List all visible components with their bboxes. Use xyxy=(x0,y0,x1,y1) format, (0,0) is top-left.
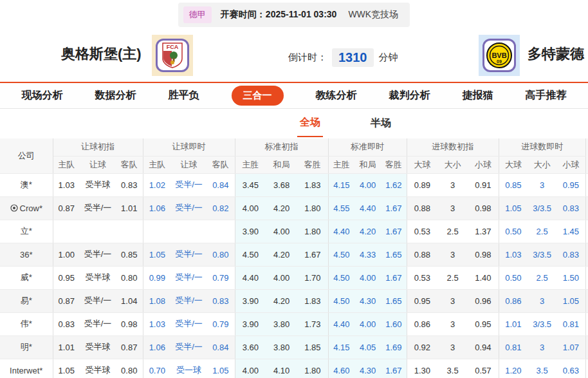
odds-cell-live[interactable]: 1.45 xyxy=(556,220,585,243)
odds-cell-live[interactable]: 1.05 xyxy=(499,196,528,220)
odds-cell-live[interactable]: 0.95 xyxy=(556,173,585,196)
odds-cell-live[interactable]: 4.40 xyxy=(328,220,354,243)
odds-cell-live[interactable]: 受半/一 xyxy=(171,243,207,266)
odds-cell-live[interactable] xyxy=(143,220,171,243)
company-name[interactable]: Crow* xyxy=(0,196,53,220)
odds-cell-live[interactable]: 4.50 xyxy=(328,266,354,289)
odds-cell-live[interactable]: 4.15 xyxy=(328,173,354,196)
odds-cell-live[interactable]: 1.05 xyxy=(207,359,235,378)
odds-cell-live[interactable]: 1.65 xyxy=(381,243,407,266)
odds-cell-live[interactable]: 4.50 xyxy=(328,289,354,312)
odds-cell-live[interactable]: 1.67 xyxy=(381,220,407,243)
tab-referee-analysis[interactable]: 裁判分析 xyxy=(389,89,430,102)
company-name[interactable]: 36* xyxy=(0,243,53,266)
odds-cell-live[interactable]: 4.00 xyxy=(354,312,381,335)
odds-cell-live[interactable]: 1.05 xyxy=(556,289,585,312)
odds-cell-live[interactable]: 4.15 xyxy=(328,335,354,359)
odds-cell-live[interactable]: 受一球 xyxy=(171,359,207,378)
odds-cell-live[interactable]: 4.30 xyxy=(354,289,381,312)
odds-cell-live[interactable]: 1.05 xyxy=(143,243,171,266)
odds-cell-live[interactable]: 0.83 xyxy=(556,196,585,220)
odds-cell-live[interactable]: 4.40 xyxy=(328,312,354,335)
period-tab-half-match[interactable]: 半场 xyxy=(368,111,394,137)
tab-data-analysis[interactable]: 数据分析 xyxy=(95,89,136,102)
odds-cell-live[interactable]: 0.84 xyxy=(207,335,235,359)
tab-expert-picks[interactable]: 高手推荐 xyxy=(526,89,567,102)
odds-cell-live[interactable]: 4.60 xyxy=(328,359,354,378)
odds-cell-live[interactable]: 受半/一 xyxy=(171,289,207,312)
odds-cell-live[interactable]: 3/3.5 xyxy=(528,196,556,220)
odds-cell-live[interactable]: 0.80 xyxy=(207,243,235,266)
odds-cell-live[interactable]: 0.83 xyxy=(556,243,585,266)
odds-cell-live[interactable]: 4.33 xyxy=(354,243,381,266)
odds-cell-live[interactable]: 3 xyxy=(528,289,556,312)
odds-cell-live[interactable]: 4.30 xyxy=(354,359,381,378)
tab-coach-analysis[interactable]: 教练分析 xyxy=(316,89,357,102)
tab-live-analysis[interactable]: 现场分析 xyxy=(22,89,63,102)
odds-cell-live[interactable]: 1.06 xyxy=(143,335,171,359)
odds-cell-live[interactable] xyxy=(207,220,235,243)
company-name[interactable]: 明* xyxy=(0,335,53,359)
odds-cell-live[interactable]: 3/3.5 xyxy=(528,312,556,335)
odds-cell-live[interactable]: 2.5 xyxy=(528,220,556,243)
odds-cell-live[interactable]: 1.08 xyxy=(143,289,171,312)
odds-cell-live[interactable]: 0.85 xyxy=(499,173,528,196)
odds-cell-live[interactable]: 受半/一 xyxy=(171,173,207,196)
odds-cell-live[interactable]: 0.99 xyxy=(143,266,171,289)
company-name[interactable]: Interwet* xyxy=(0,359,53,378)
odds-cell-live[interactable]: 1.03 xyxy=(143,312,171,335)
odds-cell-live[interactable]: 2.5 xyxy=(528,266,556,289)
odds-cell-live[interactable]: 0.83 xyxy=(207,289,235,312)
odds-cell-live[interactable]: 0.79 xyxy=(207,266,235,289)
odds-cell-live[interactable]: 0.70 xyxy=(143,359,171,378)
period-tab-full-match[interactable]: 全场 xyxy=(297,111,323,137)
odds-cell-live[interactable]: 4.00 xyxy=(354,266,381,289)
odds-cell-live[interactable]: 0.50 xyxy=(499,266,528,289)
odds-cell-live[interactable]: 1.01 xyxy=(499,312,528,335)
odds-cell-live[interactable]: 0.86 xyxy=(499,289,528,312)
odds-cell-live[interactable]: 4.00 xyxy=(354,173,381,196)
company-name[interactable]: 立* xyxy=(0,220,53,243)
tab-win-draw-loss[interactable]: 胜平负 xyxy=(169,89,199,102)
odds-cell-live[interactable]: 受半/一 xyxy=(171,312,207,335)
odds-cell-live[interactable]: 3 xyxy=(528,173,556,196)
odds-cell-live[interactable]: 3/3.5 xyxy=(528,243,556,266)
company-name[interactable]: 威* xyxy=(0,266,53,289)
odds-cell-live[interactable]: 1.06 xyxy=(143,196,171,220)
odds-cell-live[interactable]: 受半/一 xyxy=(171,266,207,289)
company-name[interactable]: 易* xyxy=(0,289,53,312)
odds-cell-live[interactable] xyxy=(171,220,207,243)
tab-three-in-one[interactable]: 三合一 xyxy=(232,86,284,106)
company-name[interactable]: 澳* xyxy=(0,173,53,196)
odds-cell-live[interactable]: 0.50 xyxy=(499,220,528,243)
odds-cell-live[interactable]: 0.81 xyxy=(499,335,528,359)
league-badge[interactable]: 德甲 xyxy=(183,6,212,23)
odds-cell-live[interactable]: 受半/一 xyxy=(171,196,207,220)
odds-cell-live[interactable]: 受半/一 xyxy=(171,335,207,359)
odds-cell-live[interactable]: 1.67 xyxy=(381,196,407,220)
odds-cell-live[interactable]: 1.03 xyxy=(499,243,528,266)
odds-cell-live[interactable]: 4.55 xyxy=(328,196,354,220)
odds-cell-live[interactable]: 3.5 xyxy=(528,359,556,378)
odds-cell-live[interactable]: 1.67 xyxy=(381,266,407,289)
odds-cell-live[interactable]: 1.62 xyxy=(381,173,407,196)
tab-jiebao-cat[interactable]: 捷报猫 xyxy=(463,89,493,102)
odds-cell-live[interactable]: 0.82 xyxy=(207,196,235,220)
odds-cell-live[interactable]: 1.67 xyxy=(381,359,407,378)
odds-cell-live[interactable]: 4.40 xyxy=(354,196,381,220)
odds-cell-live[interactable]: 0.84 xyxy=(207,173,235,196)
odds-cell-live[interactable]: 1.50 xyxy=(556,266,585,289)
odds-cell-live[interactable]: 4.05 xyxy=(354,335,381,359)
odds-cell-live[interactable]: 4.20 xyxy=(354,220,381,243)
odds-cell-live[interactable]: 0.63 xyxy=(556,359,585,378)
odds-cell-live[interactable]: 4.50 xyxy=(328,243,354,266)
odds-cell-live[interactable]: 1.20 xyxy=(499,359,528,378)
odds-cell-live[interactable]: 1.65 xyxy=(381,289,407,312)
odds-cell-live[interactable]: 0.79 xyxy=(207,312,235,335)
odds-cell-live[interactable]: 1.60 xyxy=(381,312,407,335)
odds-cell-live[interactable]: 0.81 xyxy=(556,312,585,335)
odds-cell-live[interactable]: 3 xyxy=(528,335,556,359)
odds-cell-live[interactable]: 1.02 xyxy=(143,173,171,196)
odds-cell-live[interactable]: 1.69 xyxy=(381,335,407,359)
company-name[interactable]: 伟* xyxy=(0,312,53,335)
